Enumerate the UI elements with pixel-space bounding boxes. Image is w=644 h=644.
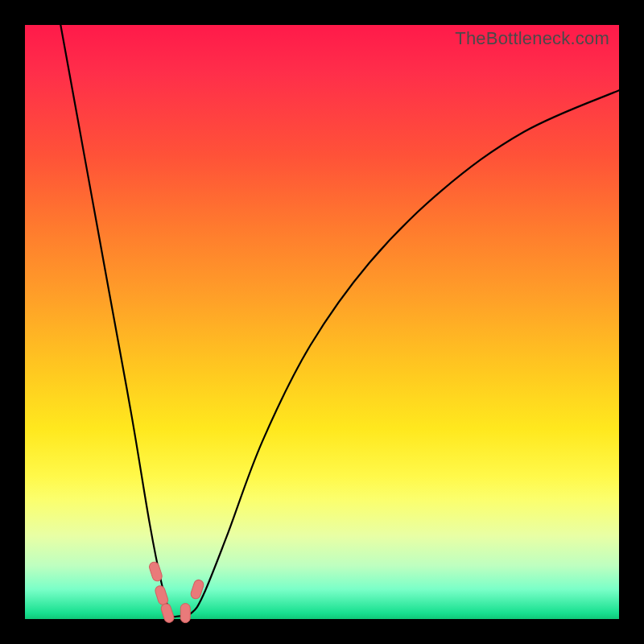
chart-frame: TheBottleneck.com bbox=[0, 0, 644, 644]
curve-marker bbox=[148, 561, 163, 583]
curve-marker bbox=[154, 584, 169, 606]
chart-svg bbox=[25, 25, 619, 619]
plot-area: TheBottleneck.com bbox=[25, 25, 619, 619]
curve-marker bbox=[180, 604, 190, 623]
bottleneck-curve bbox=[60, 25, 619, 617]
curve-marker bbox=[160, 602, 175, 624]
marker-group bbox=[148, 561, 204, 624]
